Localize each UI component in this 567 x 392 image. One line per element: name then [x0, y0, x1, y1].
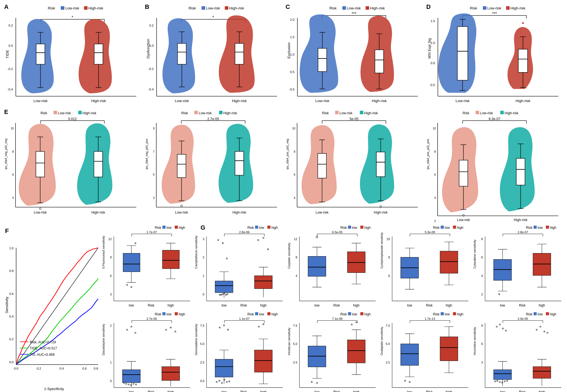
svg-point-574 [404, 380, 405, 381]
svg-text:4: 4 [434, 196, 436, 199]
svg-rect-16 [36, 44, 45, 64]
svg-text:low: low [537, 226, 543, 230]
svg-point-506 [223, 325, 225, 326]
svg-text:high: high [364, 226, 371, 230]
svg-point-474 [175, 331, 176, 332]
svg-text:4: 4 [481, 274, 483, 277]
svg-rect-155 [219, 111, 223, 114]
svg-text:2.0: 2.0 [290, 18, 294, 21]
svg-text:high: high [539, 303, 545, 307]
svg-point-605 [506, 380, 508, 381]
svg-text:Low-risk: Low-risk [34, 211, 47, 214]
svg-text:5.3e-06: 5.3e-06 [425, 230, 435, 234]
svg-text:6: 6 [434, 173, 436, 176]
svg-text:9: 9 [481, 324, 483, 327]
svg-text:Camptothecin sensitivity: Camptothecin sensitivity [195, 235, 198, 269]
svg-text:6: 6 [110, 274, 112, 277]
svg-text:Low-risk: Low-risk [487, 6, 501, 10]
svg-text:4: 4 [296, 274, 297, 277]
svg-rect-467 [162, 367, 180, 380]
svg-text:Sensitivity: Sensitivity [5, 297, 9, 313]
svg-point-507 [228, 329, 229, 330]
svg-point-515 [263, 324, 264, 325]
svg-rect-138 [36, 151, 45, 177]
svg-rect-272 [175, 226, 178, 229]
svg-point-548 [351, 324, 352, 325]
svg-text:high: high [539, 390, 545, 392]
svg-text:1.7e-07: 1.7e-07 [147, 230, 157, 234]
svg-text:low: low [352, 226, 357, 230]
svg-text:Low-risk: Low-risk [33, 99, 48, 103]
svg-rect-0 [61, 6, 64, 10]
svg-rect-122 [54, 111, 57, 114]
svg-text:Risk: Risk [241, 303, 248, 307]
svg-text:Risk: Risk [248, 312, 254, 316]
svg-text:Low-risk: Low-risk [175, 211, 188, 214]
svg-text:12: 12 [294, 237, 297, 241]
svg-text:1-Specificity: 1-Specificity [44, 387, 64, 391]
svg-text:low: low [129, 303, 134, 307]
svg-text:low: low [222, 303, 227, 307]
svg-text:Risk: Risk [155, 226, 162, 230]
svg-rect-32 [225, 6, 228, 10]
svg-text:Risk: Risk [188, 6, 196, 10]
svg-text:8: 8 [294, 150, 295, 153]
svg-rect-304 [255, 226, 258, 229]
svg-point-623 [547, 332, 548, 333]
svg-text:1: 1 [203, 274, 204, 277]
svg-rect-107 [457, 27, 468, 80]
panel-F: F Sensitivity 1-Specificity 1.0 0.8 0.6 … [3, 224, 100, 392]
svg-text:8: 8 [481, 237, 483, 241]
svg-rect-62 [365, 6, 369, 10]
svg-text:Risk: Risk [519, 390, 526, 392]
panel-E-1: Low-risk High-risk Risk ips_ctla4_neg_pd… [3, 108, 142, 225]
svg-rect-153 [194, 111, 198, 114]
svg-text:0.5: 0.5 [290, 70, 294, 74]
svg-rect-169 [177, 154, 186, 178]
svg-text:ips_ctla4_pos_pd1_pos: ips_ctla4_pos_pd1_pos [426, 139, 430, 169]
svg-point-600 [495, 381, 496, 382]
svg-point-320 [219, 294, 220, 295]
svg-text:Risk: Risk [329, 6, 337, 10]
svg-text:0.4: 0.4 [9, 315, 14, 318]
svg-text:Gemcitabine sensitivity: Gemcitabine sensitivity [195, 324, 198, 355]
panel-label-A: A [4, 3, 9, 11]
svg-point-621 [540, 326, 541, 327]
svg-rect-77 [318, 48, 326, 72]
svg-rect-397 [440, 251, 458, 273]
svg-text:Low-risk: Low-risk [206, 6, 220, 10]
svg-text:Risk: Risk [148, 303, 155, 307]
svg-point-325 [227, 294, 228, 295]
svg-point-324 [225, 294, 227, 295]
svg-text:Risk: Risk [333, 303, 340, 307]
svg-text:3: 3 [203, 237, 204, 241]
svg-text:Low-risk: Low-risk [480, 111, 493, 115]
svg-rect-587 [546, 312, 549, 315]
svg-text:2: 2 [110, 324, 112, 327]
svg-text:Low-risk: Low-risk [339, 111, 353, 115]
svg-text:Risk: Risk [340, 226, 347, 230]
svg-rect-144 [94, 151, 103, 177]
panel-label-D: D [426, 3, 431, 11]
svg-rect-438 [162, 312, 165, 315]
svg-text:high: high [168, 303, 174, 307]
svg-text:0.8: 0.8 [9, 269, 14, 272]
svg-rect-521 [360, 312, 363, 315]
svg-text:Cyclophosphamide sensitivity: Cyclophosphamide sensitivity [381, 232, 384, 269]
svg-text:Risk: Risk [470, 6, 477, 10]
svg-point-541 [316, 382, 318, 383]
svg-text:High-risk: High-risk [89, 6, 103, 10]
svg-rect-429 [533, 253, 551, 276]
svg-rect-2 [84, 6, 88, 10]
svg-rect-184 [335, 111, 339, 114]
svg-rect-406 [534, 226, 537, 229]
svg-text:Risk: Risk [248, 226, 254, 230]
svg-point-575 [409, 381, 410, 383]
svg-text:Low-risk: Low-risk [175, 99, 189, 103]
svg-text:high: high [353, 303, 360, 307]
svg-text:low: low [352, 312, 357, 316]
svg-text:Risk: Risk [433, 226, 440, 230]
svg-text:Dysfunction: Dysfunction [146, 39, 150, 58]
svg-text:Risk: Risk [181, 111, 188, 115]
svg-rect-114 [518, 49, 528, 72]
